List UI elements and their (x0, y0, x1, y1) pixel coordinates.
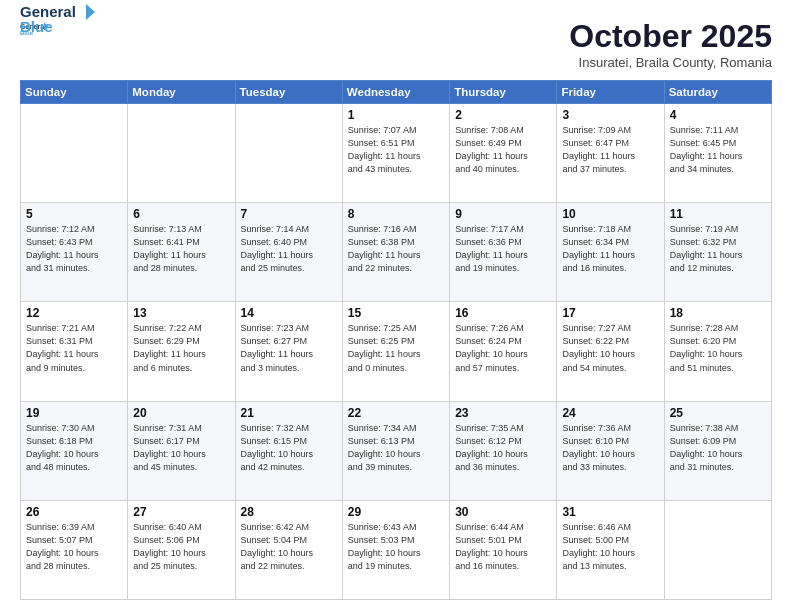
col-header-saturday: Saturday (664, 81, 771, 104)
day-info: Sunrise: 7:19 AM Sunset: 6:32 PM Dayligh… (670, 223, 766, 275)
day-info: Sunrise: 6:42 AM Sunset: 5:04 PM Dayligh… (241, 521, 337, 573)
logo-general: General (20, 3, 76, 20)
day-number: 10 (562, 207, 658, 221)
day-number: 16 (455, 306, 551, 320)
day-cell: 5Sunrise: 7:12 AM Sunset: 6:43 PM Daylig… (21, 203, 128, 302)
day-cell: 1Sunrise: 7:07 AM Sunset: 6:51 PM Daylig… (342, 104, 449, 203)
day-number: 11 (670, 207, 766, 221)
col-header-sunday: Sunday (21, 81, 128, 104)
day-number: 28 (241, 505, 337, 519)
day-number: 5 (26, 207, 122, 221)
calendar: SundayMondayTuesdayWednesdayThursdayFrid… (20, 80, 772, 600)
day-number: 23 (455, 406, 551, 420)
day-info: Sunrise: 7:28 AM Sunset: 6:20 PM Dayligh… (670, 322, 766, 374)
day-info: Sunrise: 7:22 AM Sunset: 6:29 PM Dayligh… (133, 322, 229, 374)
day-cell: 24Sunrise: 7:36 AM Sunset: 6:10 PM Dayli… (557, 401, 664, 500)
day-info: Sunrise: 6:46 AM Sunset: 5:00 PM Dayligh… (562, 521, 658, 573)
day-cell: 10Sunrise: 7:18 AM Sunset: 6:34 PM Dayli… (557, 203, 664, 302)
day-number: 8 (348, 207, 444, 221)
week-row-0: 1Sunrise: 7:07 AM Sunset: 6:51 PM Daylig… (21, 104, 772, 203)
day-number: 15 (348, 306, 444, 320)
day-number: 17 (562, 306, 658, 320)
day-cell: 7Sunrise: 7:14 AM Sunset: 6:40 PM Daylig… (235, 203, 342, 302)
day-number: 13 (133, 306, 229, 320)
day-info: Sunrise: 7:36 AM Sunset: 6:10 PM Dayligh… (562, 422, 658, 474)
day-number: 4 (670, 108, 766, 122)
day-cell: 17Sunrise: 7:27 AM Sunset: 6:22 PM Dayli… (557, 302, 664, 401)
day-cell: 13Sunrise: 7:22 AM Sunset: 6:29 PM Dayli… (128, 302, 235, 401)
col-header-monday: Monday (128, 81, 235, 104)
day-info: Sunrise: 6:40 AM Sunset: 5:06 PM Dayligh… (133, 521, 229, 573)
day-number: 30 (455, 505, 551, 519)
day-info: Sunrise: 7:18 AM Sunset: 6:34 PM Dayligh… (562, 223, 658, 275)
day-number: 21 (241, 406, 337, 420)
day-cell: 30Sunrise: 6:44 AM Sunset: 5:01 PM Dayli… (450, 500, 557, 599)
day-info: Sunrise: 7:35 AM Sunset: 6:12 PM Dayligh… (455, 422, 551, 474)
month-title: October 2025 (569, 18, 772, 55)
day-info: Sunrise: 7:09 AM Sunset: 6:47 PM Dayligh… (562, 124, 658, 176)
day-info: Sunrise: 7:08 AM Sunset: 6:49 PM Dayligh… (455, 124, 551, 176)
day-cell: 27Sunrise: 6:40 AM Sunset: 5:06 PM Dayli… (128, 500, 235, 599)
day-cell: 19Sunrise: 7:30 AM Sunset: 6:18 PM Dayli… (21, 401, 128, 500)
day-cell: 15Sunrise: 7:25 AM Sunset: 6:25 PM Dayli… (342, 302, 449, 401)
day-cell: 29Sunrise: 6:43 AM Sunset: 5:03 PM Dayli… (342, 500, 449, 599)
day-cell (128, 104, 235, 203)
day-info: Sunrise: 7:16 AM Sunset: 6:38 PM Dayligh… (348, 223, 444, 275)
week-row-4: 26Sunrise: 6:39 AM Sunset: 5:07 PM Dayli… (21, 500, 772, 599)
day-number: 25 (670, 406, 766, 420)
day-info: Sunrise: 7:38 AM Sunset: 6:09 PM Dayligh… (670, 422, 766, 474)
day-cell (21, 104, 128, 203)
day-number: 6 (133, 207, 229, 221)
day-cell: 14Sunrise: 7:23 AM Sunset: 6:27 PM Dayli… (235, 302, 342, 401)
day-number: 2 (455, 108, 551, 122)
col-header-friday: Friday (557, 81, 664, 104)
day-info: Sunrise: 7:34 AM Sunset: 6:13 PM Dayligh… (348, 422, 444, 474)
day-info: Sunrise: 6:43 AM Sunset: 5:03 PM Dayligh… (348, 521, 444, 573)
day-cell: 2Sunrise: 7:08 AM Sunset: 6:49 PM Daylig… (450, 104, 557, 203)
calendar-header-row: SundayMondayTuesdayWednesdayThursdayFrid… (21, 81, 772, 104)
day-number: 3 (562, 108, 658, 122)
day-cell: 9Sunrise: 7:17 AM Sunset: 6:36 PM Daylig… (450, 203, 557, 302)
day-info: Sunrise: 7:26 AM Sunset: 6:24 PM Dayligh… (455, 322, 551, 374)
logo-bird-icon (77, 2, 95, 20)
day-number: 14 (241, 306, 337, 320)
col-header-wednesday: Wednesday (342, 81, 449, 104)
day-number: 24 (562, 406, 658, 420)
day-number: 1 (348, 108, 444, 122)
day-cell (664, 500, 771, 599)
day-info: Sunrise: 7:14 AM Sunset: 6:40 PM Dayligh… (241, 223, 337, 275)
day-info: Sunrise: 7:32 AM Sunset: 6:15 PM Dayligh… (241, 422, 337, 474)
day-number: 9 (455, 207, 551, 221)
page: General Blue General Blue October 2025 I… (0, 0, 792, 612)
day-cell: 21Sunrise: 7:32 AM Sunset: 6:15 PM Dayli… (235, 401, 342, 500)
day-cell: 23Sunrise: 7:35 AM Sunset: 6:12 PM Dayli… (450, 401, 557, 500)
col-header-thursday: Thursday (450, 81, 557, 104)
day-number: 18 (670, 306, 766, 320)
day-cell: 16Sunrise: 7:26 AM Sunset: 6:24 PM Dayli… (450, 302, 557, 401)
day-cell: 6Sunrise: 7:13 AM Sunset: 6:41 PM Daylig… (128, 203, 235, 302)
svg-marker-3 (86, 4, 95, 20)
day-number: 31 (562, 505, 658, 519)
col-header-tuesday: Tuesday (235, 81, 342, 104)
day-info: Sunrise: 7:13 AM Sunset: 6:41 PM Dayligh… (133, 223, 229, 275)
day-info: Sunrise: 7:31 AM Sunset: 6:17 PM Dayligh… (133, 422, 229, 474)
day-cell: 28Sunrise: 6:42 AM Sunset: 5:04 PM Dayli… (235, 500, 342, 599)
logo: General Blue General Blue (20, 18, 95, 36)
day-cell: 18Sunrise: 7:28 AM Sunset: 6:20 PM Dayli… (664, 302, 771, 401)
logo-blue: Blue (20, 18, 53, 35)
day-number: 22 (348, 406, 444, 420)
day-info: Sunrise: 6:39 AM Sunset: 5:07 PM Dayligh… (26, 521, 122, 573)
day-cell: 26Sunrise: 6:39 AM Sunset: 5:07 PM Dayli… (21, 500, 128, 599)
day-number: 12 (26, 306, 122, 320)
day-info: Sunrise: 6:44 AM Sunset: 5:01 PM Dayligh… (455, 521, 551, 573)
day-cell: 22Sunrise: 7:34 AM Sunset: 6:13 PM Dayli… (342, 401, 449, 500)
day-info: Sunrise: 7:11 AM Sunset: 6:45 PM Dayligh… (670, 124, 766, 176)
day-cell: 20Sunrise: 7:31 AM Sunset: 6:17 PM Dayli… (128, 401, 235, 500)
day-number: 19 (26, 406, 122, 420)
day-cell: 25Sunrise: 7:38 AM Sunset: 6:09 PM Dayli… (664, 401, 771, 500)
day-number: 26 (26, 505, 122, 519)
day-cell: 4Sunrise: 7:11 AM Sunset: 6:45 PM Daylig… (664, 104, 771, 203)
day-info: Sunrise: 7:12 AM Sunset: 6:43 PM Dayligh… (26, 223, 122, 275)
day-info: Sunrise: 7:30 AM Sunset: 6:18 PM Dayligh… (26, 422, 122, 474)
day-cell: 12Sunrise: 7:21 AM Sunset: 6:31 PM Dayli… (21, 302, 128, 401)
